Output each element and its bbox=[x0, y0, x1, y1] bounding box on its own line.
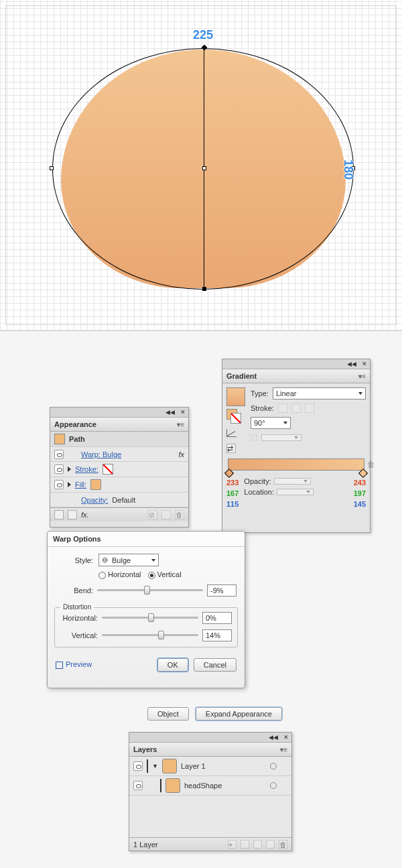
anchor-point-center[interactable] bbox=[202, 166, 206, 170]
height-dimension-label: 180 bbox=[341, 160, 355, 180]
artboard-canvas[interactable]: 225 180 bbox=[0, 0, 402, 331]
width-dimension-label: 225 bbox=[193, 28, 213, 42]
anchor-point-left[interactable] bbox=[50, 166, 54, 170]
anchor-point-bottom[interactable] bbox=[202, 287, 206, 291]
